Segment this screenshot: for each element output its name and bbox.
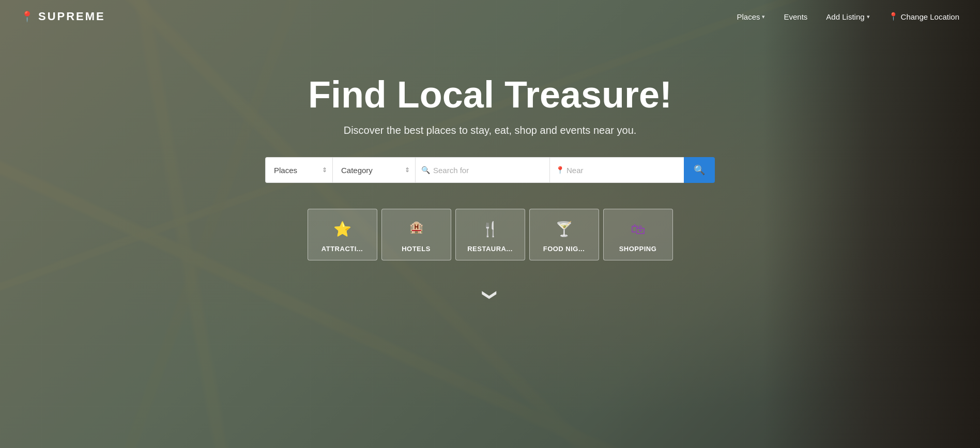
- add-listing-chevron-icon: ▾: [867, 13, 870, 20]
- scroll-chevron-icon: ❯: [482, 289, 499, 301]
- change-location-label: Change Location: [901, 12, 959, 21]
- shopping-icon: 🛍: [631, 221, 645, 238]
- scroll-indicator[interactable]: ❯: [484, 286, 496, 303]
- category-select[interactable]: Category: [332, 157, 415, 183]
- hero-content: Find Local Treasure! Discover the best p…: [265, 74, 715, 281]
- hotels-label: HOTELS: [402, 245, 431, 253]
- search-for-input[interactable]: [415, 157, 549, 183]
- food-nightlife-icon: 🍸: [555, 221, 573, 238]
- shopping-label: SHOPPING: [619, 245, 657, 253]
- nav-events[interactable]: Events: [784, 12, 807, 21]
- logo-text: SUPREME: [38, 10, 105, 23]
- hand-area: [763, 0, 980, 448]
- places-chevron-icon: ▾: [762, 13, 765, 20]
- nav-places[interactable]: Places ▾: [737, 12, 765, 21]
- hero-section: 📍 SUPREME Places ▾ Events Add Listing ▾ …: [0, 0, 980, 448]
- categories-row: ⭐ ATTRACTI... 🏨 HOTELS 🍴 RESTAURA... 🍸 F…: [308, 209, 673, 260]
- type-select[interactable]: Places Events: [265, 157, 332, 183]
- category-shopping[interactable]: 🛍 SHOPPING: [603, 209, 673, 260]
- nav-links: Places ▾ Events Add Listing ▾ 📍 Change L…: [737, 12, 959, 21]
- nav-events-label: Events: [784, 12, 807, 21]
- hero-title: Find Local Treasure!: [308, 74, 672, 115]
- attractions-label: ATTRACTI...: [321, 245, 363, 253]
- search-button-icon: 🔍: [694, 164, 705, 176]
- search-bar: Places Events Category 🔍 📍: [265, 157, 715, 183]
- type-select-wrapper: Places Events: [265, 157, 332, 183]
- restaurants-icon: 🍴: [481, 221, 499, 238]
- nav-add-listing[interactable]: Add Listing ▾: [826, 12, 869, 21]
- near-wrapper: 📍: [549, 157, 684, 183]
- nav-places-label: Places: [737, 12, 760, 21]
- category-hotels[interactable]: 🏨 HOTELS: [381, 209, 451, 260]
- near-input[interactable]: [549, 157, 684, 183]
- logo-pin-icon: 📍: [21, 10, 35, 23]
- category-food-nightlife[interactable]: 🍸 FOOD NIG...: [529, 209, 599, 260]
- restaurants-label: RESTAURA...: [467, 245, 513, 253]
- category-select-wrapper: Category: [332, 157, 415, 183]
- nav-add-listing-label: Add Listing: [826, 12, 864, 21]
- food-nightlife-label: FOOD NIG...: [543, 245, 585, 253]
- category-attractions[interactable]: ⭐ ATTRACTI...: [308, 209, 377, 260]
- nav-change-location[interactable]: 📍 Change Location: [889, 12, 959, 21]
- search-for-wrapper: 🔍: [415, 157, 549, 183]
- search-for-icon: 🔍: [421, 166, 430, 174]
- category-restaurants[interactable]: 🍴 RESTAURA...: [455, 209, 525, 260]
- search-button[interactable]: 🔍: [684, 157, 715, 183]
- hotels-icon: 🏨: [409, 221, 423, 234]
- attractions-icon: ⭐: [333, 221, 351, 238]
- hero-subtitle: Discover the best places to stay, eat, s…: [344, 125, 637, 136]
- logo[interactable]: 📍 SUPREME: [21, 10, 105, 23]
- near-pin-icon: 📍: [556, 166, 564, 174]
- navbar: 📍 SUPREME Places ▾ Events Add Listing ▾ …: [0, 0, 980, 33]
- location-pin-icon: 📍: [889, 12, 898, 21]
